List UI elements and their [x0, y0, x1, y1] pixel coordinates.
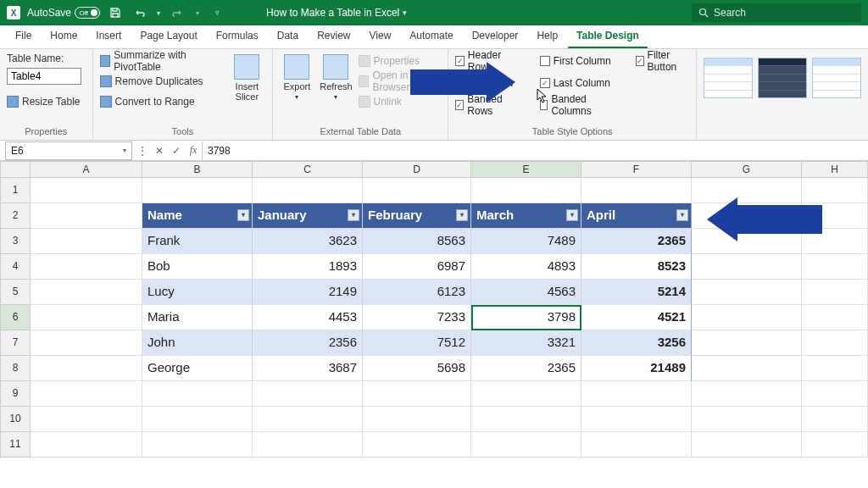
cell[interactable]: [692, 381, 802, 407]
table-header[interactable]: March▾: [471, 203, 581, 229]
cell[interactable]: [31, 381, 142, 407]
cell[interactable]: [363, 407, 471, 432]
cell[interactable]: [581, 432, 692, 458]
cell[interactable]: [142, 407, 253, 432]
cell[interactable]: [31, 229, 142, 254]
tab-home[interactable]: Home: [42, 25, 86, 48]
filter-dropdown-icon[interactable]: ▾: [348, 209, 359, 221]
col-header[interactable]: E: [471, 161, 581, 178]
cell[interactable]: [692, 356, 802, 381]
expand-fx-icon[interactable]: ⋮: [134, 145, 151, 157]
toggle-switch[interactable]: Off: [75, 7, 100, 19]
name-box[interactable]: E6 ▾: [5, 141, 132, 160]
row-header[interactable]: 2: [0, 203, 31, 229]
row-header[interactable]: 5: [0, 280, 31, 305]
cell[interactable]: 5214: [581, 280, 692, 305]
cell[interactable]: [142, 178, 253, 203]
cell[interactable]: 3321: [471, 330, 581, 356]
cell[interactable]: [802, 381, 868, 407]
col-header[interactable]: A: [31, 161, 142, 178]
row-header[interactable]: 11: [0, 432, 31, 458]
row-header[interactable]: 7: [0, 330, 31, 356]
cell[interactable]: [581, 407, 692, 432]
tab-data[interactable]: Data: [269, 25, 307, 48]
cell[interactable]: [31, 330, 142, 356]
cell[interactable]: 3256: [581, 330, 692, 356]
cell[interactable]: Lucy: [142, 280, 253, 305]
row-header[interactable]: 10: [0, 407, 31, 432]
tab-table-design[interactable]: Table Design: [568, 25, 648, 48]
cell[interactable]: 2149: [253, 280, 363, 305]
cell[interactable]: George: [142, 356, 253, 381]
row-header[interactable]: 1: [0, 178, 31, 203]
cell[interactable]: 4893: [471, 254, 581, 280]
table-header[interactable]: January▾: [253, 203, 363, 229]
cell[interactable]: [253, 407, 363, 432]
table-header[interactable]: Name▾: [142, 203, 253, 229]
cell[interactable]: [802, 432, 868, 458]
filter-dropdown-icon[interactable]: ▾: [566, 209, 578, 221]
autosave-toggle[interactable]: AutoSave Off: [27, 7, 100, 19]
row-header[interactable]: 9: [0, 381, 31, 407]
formula-input[interactable]: 3798: [202, 141, 868, 160]
cell[interactable]: [802, 407, 868, 432]
qat-more-icon[interactable]: ▿: [209, 4, 225, 21]
row-header[interactable]: 6: [0, 305, 31, 330]
cell[interactable]: [692, 407, 802, 432]
cell[interactable]: [31, 432, 142, 458]
cell[interactable]: [31, 305, 142, 330]
cell[interactable]: [692, 305, 802, 330]
cell[interactable]: [253, 432, 363, 458]
cell[interactable]: [142, 432, 253, 458]
cell[interactable]: [31, 356, 142, 381]
cell[interactable]: [253, 381, 363, 407]
cell[interactable]: [692, 330, 802, 356]
cell[interactable]: [31, 178, 142, 203]
document-title[interactable]: How to Make a Table in Excel ▾: [266, 7, 407, 19]
save-icon[interactable]: [107, 4, 124, 21]
cell[interactable]: 2365: [471, 356, 581, 381]
col-header[interactable]: B: [142, 161, 253, 178]
cell[interactable]: John: [142, 330, 253, 356]
cell[interactable]: [31, 203, 142, 229]
cell[interactable]: 2356: [253, 330, 363, 356]
select-all-corner[interactable]: [0, 161, 31, 178]
cell[interactable]: 7489: [471, 229, 581, 254]
cell[interactable]: 21489: [581, 356, 692, 381]
tab-review[interactable]: Review: [309, 25, 359, 48]
cell[interactable]: [363, 178, 471, 203]
cell[interactable]: [471, 178, 581, 203]
cell[interactable]: [802, 330, 868, 356]
remove-duplicates-button[interactable]: Remove Duplicates: [100, 73, 224, 90]
cell[interactable]: [471, 381, 581, 407]
filter-button-checkbox[interactable]: ✓Filter Button: [636, 53, 689, 69]
row-header[interactable]: 4: [0, 254, 31, 280]
cell[interactable]: [363, 381, 471, 407]
cell[interactable]: [692, 432, 802, 458]
cell[interactable]: [31, 407, 142, 432]
banded-columns-checkbox[interactable]: Banded Columns: [540, 97, 612, 114]
cell[interactable]: 3687: [253, 356, 363, 381]
cell-selected[interactable]: 3798: [471, 305, 581, 330]
table-style-thumb[interactable]: [758, 58, 807, 98]
cell[interactable]: [692, 254, 802, 280]
tab-developer[interactable]: Developer: [464, 25, 527, 48]
tab-help[interactable]: Help: [528, 25, 566, 48]
undo-dropdown-icon[interactable]: ▾: [154, 4, 163, 21]
cell[interactable]: 8563: [363, 229, 471, 254]
enter-icon[interactable]: ✓: [168, 145, 185, 157]
col-header[interactable]: G: [692, 161, 802, 178]
filter-dropdown-icon[interactable]: ▾: [456, 209, 468, 221]
cell[interactable]: Maria: [142, 305, 253, 330]
cell[interactable]: [802, 356, 868, 381]
undo-icon[interactable]: [131, 4, 147, 21]
cell[interactable]: Bob: [142, 254, 253, 280]
col-header[interactable]: F: [581, 161, 692, 178]
last-column-checkbox[interactable]: ✓Last Column: [540, 75, 612, 92]
redo-icon[interactable]: [170, 4, 186, 21]
cell[interactable]: [802, 254, 868, 280]
cell[interactable]: [581, 178, 692, 203]
filter-dropdown-icon[interactable]: ▾: [237, 209, 249, 221]
col-header[interactable]: H: [802, 161, 868, 178]
filter-dropdown-icon[interactable]: ▾: [676, 209, 688, 221]
